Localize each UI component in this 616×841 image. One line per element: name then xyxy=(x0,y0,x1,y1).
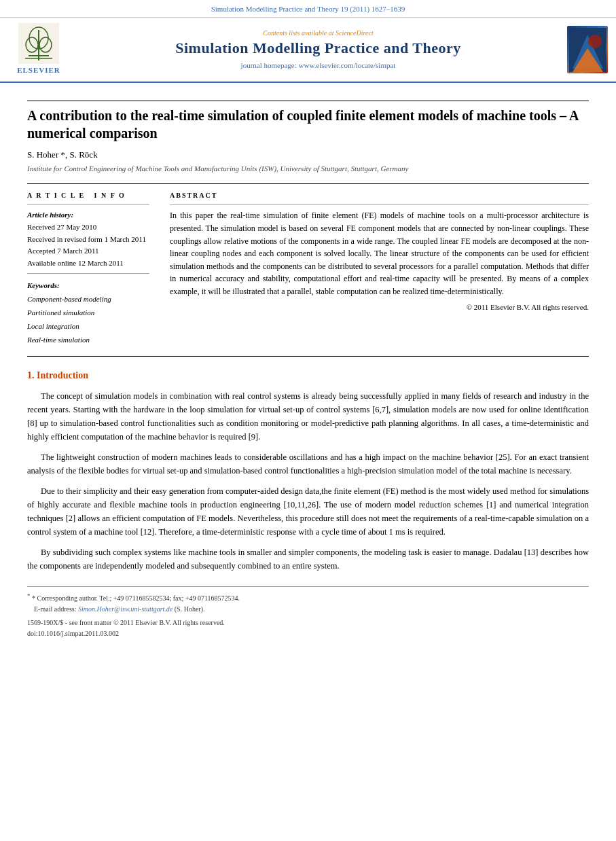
article-right-column: ABSTRACT In this paper the real-time sim… xyxy=(170,191,589,346)
elsevier-logo: ELSEVIER xyxy=(8,23,69,75)
article-left-column: A R T I C L E I N F O Article history: R… xyxy=(27,191,149,346)
email-address: Simon.Hoher@isw.uni-stuttgart.de xyxy=(78,605,173,613)
revised-date: Received in revised form 1 March 2011 xyxy=(27,234,149,246)
email-suffix: (S. Hoher). xyxy=(175,605,205,613)
intro-paragraph-4: By subdividing such complex systems like… xyxy=(27,545,589,573)
keyword-2: Partitioned simulation xyxy=(27,306,149,320)
top-rule xyxy=(27,101,589,101)
article-info-abstract: A R T I C L E I N F O Article history: R… xyxy=(27,191,589,346)
email-label: E-mail address: xyxy=(34,605,76,613)
journal-citation-text: Simulation Modelling Practice and Theory… xyxy=(211,5,405,13)
intro-paragraph-2: The lightweight construction of modern m… xyxy=(27,450,589,478)
corresponding-author-text: * Corresponding author. Tel.; +49 071168… xyxy=(32,594,240,602)
article-info-label: A R T I C L E I N F O xyxy=(27,191,149,200)
main-content: A contribution to the real-time simulati… xyxy=(0,83,616,651)
keywords-heading: Keywords: xyxy=(27,279,149,293)
corresponding-author-note: * * Corresponding author. Tel.; +49 0711… xyxy=(27,591,589,604)
received-date: Received 27 May 2010 xyxy=(27,221,149,234)
authors: S. Hoher *, S. Röck xyxy=(27,149,589,161)
article-history-heading: Article history: xyxy=(27,209,149,221)
copyright: © 2011 Elsevier B.V. All rights reserved… xyxy=(170,302,589,312)
intro-paragraph-1: The concept of simulation models in comb… xyxy=(27,389,589,444)
keywords-block: Keywords: Component-based modeling Parti… xyxy=(27,279,149,346)
article-rule-1 xyxy=(27,183,589,184)
intro-section-title: 1. Introduction xyxy=(27,369,589,382)
keyword-3: Local integration xyxy=(27,320,149,334)
footnote-marker: * xyxy=(27,592,31,599)
article-history: Article history: Received 27 May 2010 Re… xyxy=(27,209,149,269)
abstract-rule xyxy=(170,204,589,205)
journal-citation-header: Simulation Modelling Practice and Theory… xyxy=(0,0,616,18)
journal-cover-thumbnail xyxy=(567,26,608,73)
available-date: Available online 12 March 2011 xyxy=(27,257,149,270)
journal-header-center: Contents lists available at ScienceDirec… xyxy=(77,29,559,71)
email-note: E-mail address: Simon.Hoher@isw.uni-stut… xyxy=(27,604,589,615)
body-content: 1. Introduction The concept of simulatio… xyxy=(27,369,589,573)
accepted-date: Accepted 7 March 2011 xyxy=(27,245,149,257)
issn-line: 1569-190X/$ - see front matter © 2011 El… xyxy=(27,618,589,628)
elsevier-wordmark: ELSEVIER xyxy=(17,65,60,75)
article-info-rule xyxy=(27,204,149,205)
elsevier-logo-svg xyxy=(18,23,59,64)
intro-paragraph-3: Due to their simplicity and their easy g… xyxy=(27,484,589,539)
article-rule-2 xyxy=(27,356,589,357)
journal-title: Simulation Modelling Practice and Theory xyxy=(77,39,559,57)
journal-header: ELSEVIER Contents lists available at Sci… xyxy=(0,18,616,82)
sciencedirect-brand: ScienceDirect xyxy=(336,29,374,37)
cover-art-svg xyxy=(569,28,606,72)
affiliation: Institute for Control Engineering of Mac… xyxy=(27,164,589,174)
journal-homepage: journal homepage: www.elsevier.com/locat… xyxy=(77,60,559,71)
svg-point-10 xyxy=(588,35,602,48)
keywords-rule xyxy=(27,273,149,274)
abstract-label: ABSTRACT xyxy=(170,191,589,200)
article-title: A contribution to the real-time simulati… xyxy=(27,107,589,142)
keyword-1: Component-based modeling xyxy=(27,293,149,306)
footnote-section: * * Corresponding author. Tel.; +49 0711… xyxy=(27,586,589,639)
keyword-4: Real-time simulation xyxy=(27,334,149,347)
sciencedirect-label: Contents lists available at ScienceDirec… xyxy=(77,29,559,38)
doi-line: doi:10.1016/j.simpat.2011.03.002 xyxy=(27,628,589,639)
abstract-text: In this paper the real-time simulation o… xyxy=(170,209,589,298)
